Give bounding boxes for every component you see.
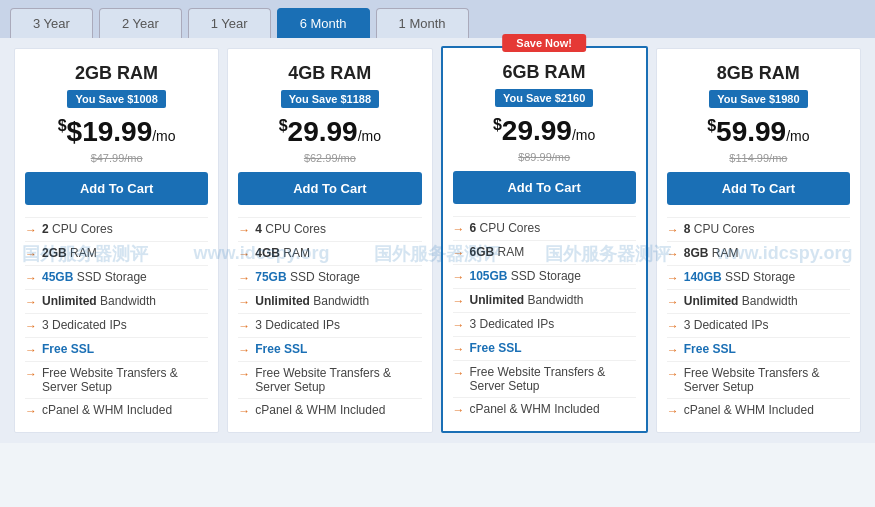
- feature-cpanel: →cPanel & WHM Included: [667, 398, 850, 422]
- plan-2gb-features: →2 CPU Cores →2GB RAM →45GB SSD Storage …: [15, 217, 218, 422]
- plan-2gb-add-to-cart[interactable]: Add To Cart: [25, 172, 208, 205]
- feature-bandwidth: →Unlimited Bandwidth: [453, 288, 636, 312]
- plan-6gb-add-to-cart[interactable]: Add To Cart: [453, 171, 636, 204]
- arrow-icon: →: [667, 343, 679, 357]
- plan-2gb-price-value: $19.99: [67, 116, 153, 147]
- feature-storage: →75GB SSD Storage: [238, 265, 421, 289]
- arrow-icon: →: [238, 404, 250, 418]
- feature-ssl: →Free SSL: [238, 337, 421, 361]
- plan-6gb: Save Now! 6GB RAM You Save $2160 $29.99/…: [441, 46, 648, 433]
- feature-ssl: →Free SSL: [453, 336, 636, 360]
- arrow-icon: →: [667, 271, 679, 285]
- tab-6month[interactable]: 6 Month: [277, 8, 370, 38]
- feature-ssl: →Free SSL: [667, 337, 850, 361]
- tab-1year[interactable]: 1 Year: [188, 8, 271, 38]
- feature-ram: →2GB RAM: [25, 241, 208, 265]
- arrow-icon: →: [453, 366, 465, 380]
- tab-1month[interactable]: 1 Month: [376, 8, 469, 38]
- arrow-icon: →: [667, 295, 679, 309]
- plan-8gb-old-price: $114.99/mo: [657, 152, 860, 164]
- arrow-icon: →: [667, 367, 679, 381]
- plan-2gb-per-mo: /mo: [152, 128, 175, 144]
- arrow-icon: →: [238, 295, 250, 309]
- arrow-icon: →: [667, 247, 679, 261]
- feature-ssl: →Free SSL: [25, 337, 208, 361]
- arrow-icon: →: [25, 404, 37, 418]
- feature-bandwidth: →Unlimited Bandwidth: [238, 289, 421, 313]
- plan-4gb-add-to-cart[interactable]: Add To Cart: [238, 172, 421, 205]
- plan-2gb-savings: You Save $1008: [67, 90, 165, 108]
- arrow-icon: →: [25, 271, 37, 285]
- feature-cpanel: →cPanel & WHM Included: [25, 398, 208, 422]
- tab-bar: 3 Year 2 Year 1 Year 6 Month 1 Month: [0, 0, 875, 38]
- plan-2gb-price: $$19.99/mo: [15, 116, 218, 148]
- plan-4gb-per-mo: /mo: [358, 128, 381, 144]
- tab-3year[interactable]: 3 Year: [10, 8, 93, 38]
- tab-2year[interactable]: 2 Year: [99, 8, 182, 38]
- feature-transfer: →Free Website Transfers & Server Setup: [238, 361, 421, 398]
- feature-storage: →105GB SSD Storage: [453, 264, 636, 288]
- plan-6gb-per-mo: /mo: [572, 127, 595, 143]
- plan-8gb: 8GB RAM You Save $1980 $59.99/mo $114.99…: [656, 48, 861, 433]
- arrow-icon: →: [238, 247, 250, 261]
- arrow-icon: →: [238, 319, 250, 333]
- arrow-icon: →: [25, 223, 37, 237]
- plan-4gb: 4GB RAM You Save $1188 $29.99/mo $62.99/…: [227, 48, 432, 433]
- feature-ram: →4GB RAM: [238, 241, 421, 265]
- feature-cpu: →8 CPU Cores: [667, 217, 850, 241]
- plan-6gb-features: →6 CPU Cores →6GB RAM →105GB SSD Storage…: [443, 216, 646, 421]
- arrow-icon: →: [453, 342, 465, 356]
- arrow-icon: →: [453, 270, 465, 284]
- feature-ips: →3 Dedicated IPs: [453, 312, 636, 336]
- plan-6gb-price-value: 29.99: [502, 115, 572, 146]
- feature-cpu: →2 CPU Cores: [25, 217, 208, 241]
- page-wrapper: 国外服务器测评 www.idcspy.org 国外服务器测评 国外服务器测评 w…: [0, 0, 875, 443]
- feature-ram: →6GB RAM: [453, 240, 636, 264]
- feature-bandwidth: →Unlimited Bandwidth: [25, 289, 208, 313]
- plan-4gb-savings: You Save $1188: [281, 90, 379, 108]
- feature-cpu: →4 CPU Cores: [238, 217, 421, 241]
- plan-6gb-price-main: $29.99/mo: [493, 115, 595, 146]
- plan-8gb-header: 8GB RAM: [657, 49, 860, 90]
- plan-4gb-price-main: $29.99/mo: [279, 116, 381, 147]
- arrow-icon: →: [667, 319, 679, 333]
- arrow-icon: →: [453, 246, 465, 260]
- arrow-icon: →: [667, 223, 679, 237]
- arrow-icon: →: [453, 294, 465, 308]
- plan-8gb-price: $59.99/mo: [657, 116, 860, 148]
- plan-6gb-savings: You Save $2160: [495, 89, 593, 107]
- arrow-icon: →: [25, 295, 37, 309]
- feature-storage: →45GB SSD Storage: [25, 265, 208, 289]
- arrow-icon: →: [238, 343, 250, 357]
- plan-8gb-savings: You Save $1980: [709, 90, 807, 108]
- plan-6gb-old-price: $89.99/mo: [443, 151, 646, 163]
- feature-storage: →140GB SSD Storage: [667, 265, 850, 289]
- plan-8gb-price-value: 59.99: [716, 116, 786, 147]
- plan-2gb-header: 2GB RAM: [15, 49, 218, 90]
- plan-2gb-old-price: $47.99/mo: [15, 152, 218, 164]
- plan-4gb-price: $29.99/mo: [228, 116, 431, 148]
- plan-4gb-features: →4 CPU Cores →4GB RAM →75GB SSD Storage …: [228, 217, 431, 422]
- arrow-icon: →: [238, 223, 250, 237]
- plan-4gb-header: 4GB RAM: [228, 49, 431, 90]
- plan-4gb-old-price: $62.99/mo: [228, 152, 431, 164]
- arrow-icon: →: [453, 318, 465, 332]
- plans-wrapper: 2GB RAM You Save $1008 $$19.99/mo $47.99…: [0, 38, 875, 443]
- feature-bandwidth: →Unlimited Bandwidth: [667, 289, 850, 313]
- plan-8gb-add-to-cart[interactable]: Add To Cart: [667, 172, 850, 205]
- arrow-icon: →: [453, 403, 465, 417]
- plan-2gb: 2GB RAM You Save $1008 $$19.99/mo $47.99…: [14, 48, 219, 433]
- feature-cpanel: →cPanel & WHM Included: [238, 398, 421, 422]
- feature-ram: →8GB RAM: [667, 241, 850, 265]
- arrow-icon: →: [667, 404, 679, 418]
- arrow-icon: →: [238, 367, 250, 381]
- arrow-icon: →: [453, 222, 465, 236]
- plan-4gb-price-value: 29.99: [288, 116, 358, 147]
- arrow-icon: →: [25, 319, 37, 333]
- plan-6gb-price: $29.99/mo: [443, 115, 646, 147]
- plan-8gb-per-mo: /mo: [786, 128, 809, 144]
- save-now-badge: Save Now!: [502, 34, 586, 52]
- arrow-icon: →: [25, 367, 37, 381]
- feature-ips: →3 Dedicated IPs: [238, 313, 421, 337]
- arrow-icon: →: [25, 343, 37, 357]
